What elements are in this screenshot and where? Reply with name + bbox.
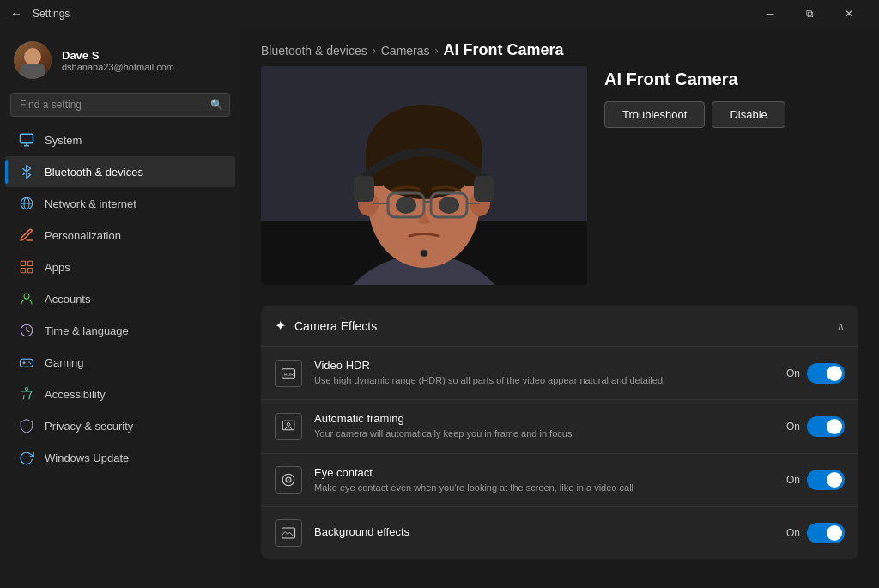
- effects-list: HDR Video HDR Use high dynamic range (HD…: [261, 346, 858, 559]
- camera-feed: [261, 66, 587, 285]
- svg-rect-6: [21, 261, 25, 265]
- svg-text:HDR: HDR: [284, 372, 294, 377]
- bluetooth-icon: [19, 164, 34, 179]
- sidebar-label-network: Network & internet: [45, 197, 136, 210]
- svg-point-36: [396, 197, 416, 214]
- eye-contact-title: Eye contact: [314, 466, 774, 479]
- eye-contact-icon: [275, 466, 302, 494]
- sidebar-label-update: Windows Update: [45, 452, 129, 464]
- sidebar: Dave S dshanaha23@hotmail.com 🔍 System B…: [0, 27, 240, 588]
- svg-rect-41: [282, 421, 294, 430]
- svg-rect-29: [354, 176, 374, 202]
- background-title: Background effects: [314, 525, 774, 538]
- camera-section: AI Front Camera Troubleshoot Disable: [240, 66, 879, 299]
- video-hdr-status: On: [786, 367, 800, 379]
- eye-contact-status: On: [786, 474, 800, 486]
- minimize-button[interactable]: ─: [750, 0, 790, 27]
- video-hdr-title: Video HDR: [314, 359, 774, 372]
- avatar: [14, 41, 52, 79]
- sidebar-item-system[interactable]: System: [5, 124, 235, 155]
- effects-title: Camera Effects: [294, 319, 377, 333]
- svg-rect-7: [28, 261, 33, 265]
- content-area: Bluetooth & devices › Cameras › AI Front…: [240, 27, 879, 588]
- effects-section: ✦ Camera Effects ∧ HDR Video HDR Use hig…: [261, 306, 858, 559]
- svg-point-42: [287, 423, 290, 427]
- disable-button[interactable]: Disable: [712, 101, 785, 128]
- privacy-icon: [19, 418, 34, 433]
- sidebar-label-personalization: Personalization: [45, 229, 121, 242]
- app-title: Settings: [33, 8, 743, 20]
- breadcrumb-bluetooth[interactable]: Bluetooth & devices: [261, 44, 367, 58]
- svg-rect-9: [28, 269, 33, 273]
- breadcrumb: Bluetooth & devices › Cameras › AI Front…: [240, 27, 879, 66]
- search-input[interactable]: [10, 93, 230, 117]
- nav-list: System Bluetooth & devices Network & int…: [0, 124, 240, 581]
- svg-rect-30: [474, 176, 494, 202]
- camera-info: AI Front Camera Troubleshoot Disable: [604, 66, 858, 128]
- user-section: Dave S dshanaha23@hotmail.com: [0, 27, 240, 89]
- sidebar-label-bluetooth: Bluetooth & devices: [45, 166, 143, 179]
- breadcrumb-cameras[interactable]: Cameras: [381, 44, 430, 58]
- svg-point-10: [24, 294, 29, 299]
- sidebar-label-system: System: [45, 134, 82, 147]
- svg-rect-8: [21, 269, 25, 273]
- svg-point-38: [421, 250, 427, 257]
- breadcrumb-sep-1: ›: [373, 45, 376, 57]
- sidebar-item-accessibility[interactable]: Accessibility: [5, 379, 235, 409]
- restore-button[interactable]: ⧉: [790, 0, 829, 27]
- video-hdr-icon: HDR: [275, 360, 302, 387]
- titlebar: ← Settings ─ ⧉ ✕: [0, 0, 879, 27]
- sidebar-item-bluetooth[interactable]: Bluetooth & devices: [5, 156, 235, 187]
- svg-point-16: [30, 363, 32, 365]
- auto-framing-title: Automatic framing: [314, 412, 774, 425]
- search-icon: 🔍: [210, 99, 223, 111]
- system-icon: [19, 132, 34, 148]
- sidebar-label-time: Time & language: [45, 324, 129, 337]
- sidebar-item-privacy[interactable]: Privacy & security: [5, 410, 235, 441]
- background-toggle[interactable]: [807, 523, 845, 543]
- sidebar-label-privacy: Privacy & security: [45, 420, 133, 433]
- effects-sparkle-icon: ✦: [275, 318, 286, 334]
- eye-contact-desc: Make eye contact even when you're lookin…: [314, 482, 774, 494]
- sidebar-item-accounts[interactable]: Accounts: [5, 283, 235, 314]
- sidebar-item-gaming[interactable]: Gaming: [5, 347, 235, 378]
- user-info: Dave S dshanaha23@hotmail.com: [62, 49, 174, 72]
- effect-row-video-hdr: HDR Video HDR Use high dynamic range (HD…: [261, 346, 858, 399]
- video-hdr-toggle[interactable]: [807, 363, 845, 384]
- sidebar-label-accessibility: Accessibility: [45, 388, 106, 401]
- sidebar-label-apps: Apps: [45, 261, 70, 274]
- svg-rect-0: [21, 134, 33, 143]
- video-hdr-desc: Use high dynamic range (HDR) so all part…: [314, 374, 774, 387]
- sidebar-item-apps[interactable]: Apps: [5, 252, 235, 282]
- time-icon: [19, 323, 34, 338]
- sidebar-item-personalization[interactable]: Personalization: [5, 220, 235, 251]
- background-status: On: [786, 527, 800, 539]
- breadcrumb-current: AI Front Camera: [444, 41, 564, 59]
- eye-contact-toggle[interactable]: [807, 470, 845, 490]
- gaming-icon: [19, 355, 34, 370]
- auto-framing-toggle[interactable]: [807, 416, 845, 437]
- accessibility-icon: [19, 386, 34, 402]
- back-button[interactable]: ←: [10, 7, 22, 21]
- personalization-icon: [19, 227, 34, 243]
- sidebar-label-gaming: Gaming: [45, 356, 84, 369]
- search-box: 🔍: [10, 93, 230, 117]
- effect-row-eye-contact: Eye contact Make eye contact even when y…: [261, 453, 858, 506]
- effects-header[interactable]: ✦ Camera Effects ∧: [261, 306, 858, 346]
- troubleshoot-button[interactable]: Troubleshoot: [604, 101, 705, 128]
- sidebar-item-time[interactable]: Time & language: [5, 315, 235, 346]
- svg-rect-12: [21, 359, 33, 367]
- network-icon: [19, 196, 34, 211]
- camera-preview: [261, 66, 587, 285]
- sidebar-item-update[interactable]: Windows Update: [5, 442, 235, 473]
- camera-name: AI Front Camera: [604, 70, 858, 89]
- user-email: dshanaha23@hotmail.com: [62, 62, 174, 72]
- sidebar-item-network[interactable]: Network & internet: [5, 188, 235, 219]
- background-icon: [275, 519, 302, 547]
- svg-point-37: [439, 197, 459, 214]
- close-button[interactable]: ✕: [829, 0, 869, 27]
- sidebar-label-accounts: Accounts: [45, 293, 90, 306]
- accounts-icon: [19, 291, 34, 306]
- window-controls: ─ ⧉ ✕: [750, 0, 869, 27]
- auto-framing-desc: Your camera will automatically keep you …: [314, 427, 774, 440]
